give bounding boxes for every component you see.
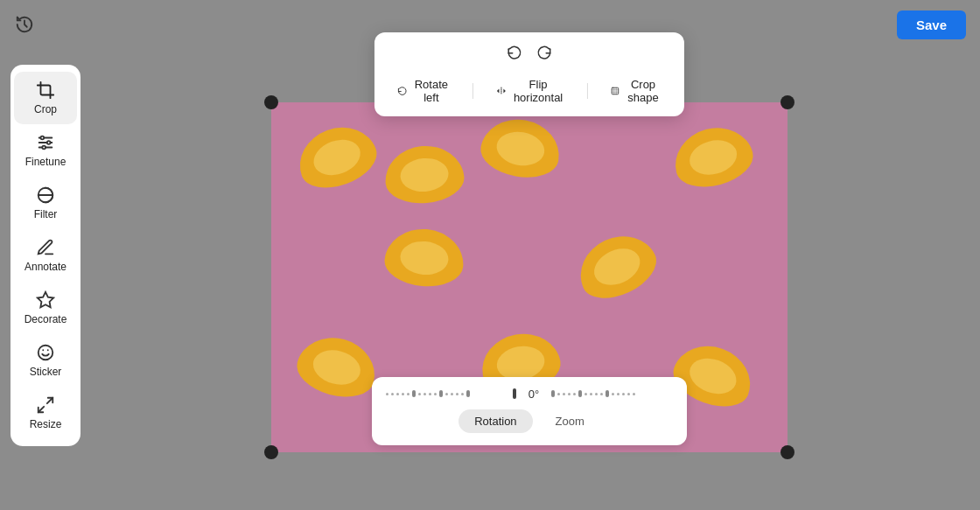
bottom-panel: 0° xyxy=(372,377,687,445)
lemon-4 xyxy=(382,226,466,290)
dot xyxy=(402,393,404,395)
lemon-2 xyxy=(477,113,564,183)
bottom-tabs: Rotation Zoom xyxy=(458,409,600,433)
dot-large xyxy=(466,390,470,397)
sidebar-item-sticker[interactable]: Sticker xyxy=(14,334,77,387)
dot xyxy=(429,393,431,395)
dot-large xyxy=(606,390,609,397)
divider-1 xyxy=(472,83,473,99)
dot xyxy=(407,393,410,395)
history-button[interactable] xyxy=(10,10,38,38)
dot xyxy=(445,393,448,395)
svg-point-3 xyxy=(41,136,45,139)
lemon-9 xyxy=(382,143,466,206)
dot xyxy=(434,393,437,395)
sidebar-annotate-label: Annotate xyxy=(24,261,66,273)
sidebar-decorate-label: Decorate xyxy=(24,313,67,325)
dot xyxy=(600,393,603,395)
sidebar-finetune-label: Finetune xyxy=(25,156,66,168)
dot xyxy=(617,393,620,395)
svg-line-13 xyxy=(38,406,44,411)
flip-horizontal-label: Flip horizontal xyxy=(512,78,564,104)
crop-icon xyxy=(36,80,55,100)
flip-horizontal-icon xyxy=(496,84,507,98)
dot xyxy=(633,393,635,395)
svg-marker-8 xyxy=(38,291,53,306)
rotation-value: 0° xyxy=(522,388,546,401)
dot xyxy=(461,393,464,395)
dot xyxy=(386,393,388,395)
crop-handle-br[interactable] xyxy=(780,445,794,459)
dot xyxy=(557,393,560,395)
crop-shape-icon xyxy=(611,84,620,98)
dot xyxy=(627,393,630,395)
annotate-icon xyxy=(36,238,55,257)
dot xyxy=(451,393,453,395)
dot xyxy=(391,393,394,395)
dots-left xyxy=(386,388,508,399)
sidebar-item-resize[interactable]: Resize xyxy=(14,387,77,439)
dot-large xyxy=(412,390,416,397)
dot-large xyxy=(439,390,443,397)
dot xyxy=(418,393,421,395)
crop-shape-label: Crop shape xyxy=(625,78,662,104)
rotate-left-label: Rotate left xyxy=(412,78,450,104)
tab-zoom[interactable]: Zoom xyxy=(540,409,600,433)
sidebar: Crop Finetune Filter Annotate xyxy=(10,65,80,446)
svg-line-12 xyxy=(47,397,52,402)
dot xyxy=(396,393,399,395)
dot-large xyxy=(551,390,555,397)
center-mark xyxy=(513,388,516,399)
canvas-area: Rotate left Flip horizontal xyxy=(88,52,971,501)
image-frame: Rotate left Flip horizontal xyxy=(271,102,788,452)
tab-rotation[interactable]: Rotation xyxy=(458,409,532,433)
sidebar-item-filter[interactable]: Filter xyxy=(14,177,77,229)
resize-icon xyxy=(36,395,55,415)
sidebar-item-finetune[interactable]: Finetune xyxy=(14,124,77,177)
sidebar-item-decorate[interactable]: Decorate xyxy=(14,282,77,334)
dot xyxy=(595,393,598,395)
rotate-left-icon xyxy=(397,84,408,98)
dot xyxy=(590,393,592,395)
dot xyxy=(568,393,570,395)
save-button[interactable]: Save xyxy=(897,10,966,39)
dot xyxy=(424,393,426,395)
dot xyxy=(563,393,565,395)
rotation-slider[interactable]: 0° xyxy=(386,388,673,401)
crop-handle-tr[interactable] xyxy=(780,95,794,109)
lemon-3 xyxy=(668,119,759,194)
svg-point-5 xyxy=(42,145,46,149)
crop-handle-bl[interactable] xyxy=(264,445,278,459)
lemon-5 xyxy=(569,224,664,309)
sidebar-sticker-label: Sticker xyxy=(30,366,62,378)
sidebar-resize-label: Resize xyxy=(30,418,62,430)
dot xyxy=(622,393,625,395)
toolbar-popup: Rotate left Flip horizontal xyxy=(374,32,684,116)
svg-point-9 xyxy=(38,345,53,360)
sidebar-crop-label: Crop xyxy=(34,103,57,115)
dot xyxy=(573,393,576,395)
flip-horizontal-button[interactable]: Flip horizontal xyxy=(491,74,570,108)
divider-2 xyxy=(587,83,588,99)
rotate-left-button[interactable]: Rotate left xyxy=(392,74,455,108)
dot xyxy=(584,393,587,395)
redo-button[interactable] xyxy=(533,41,556,67)
toolbar-actions: Rotate left Flip horizontal xyxy=(392,74,667,108)
svg-rect-15 xyxy=(612,87,619,94)
dots-right xyxy=(551,388,673,399)
filter-icon xyxy=(36,185,55,205)
dot-large xyxy=(578,390,582,397)
sticker-icon xyxy=(36,343,55,362)
sidebar-item-crop[interactable]: Crop xyxy=(14,72,77,124)
undo-button[interactable] xyxy=(503,41,526,67)
sidebar-filter-label: Filter xyxy=(34,208,58,220)
svg-point-4 xyxy=(47,141,51,144)
lemon-1 xyxy=(290,116,384,197)
dot xyxy=(612,393,614,395)
sidebar-item-annotate[interactable]: Annotate xyxy=(14,229,77,282)
decorate-icon xyxy=(36,290,55,310)
lemon-6 xyxy=(291,329,382,404)
finetune-icon xyxy=(36,133,55,152)
crop-shape-button[interactable]: Crop shape xyxy=(606,74,667,108)
crop-handle-tl[interactable] xyxy=(264,95,278,109)
